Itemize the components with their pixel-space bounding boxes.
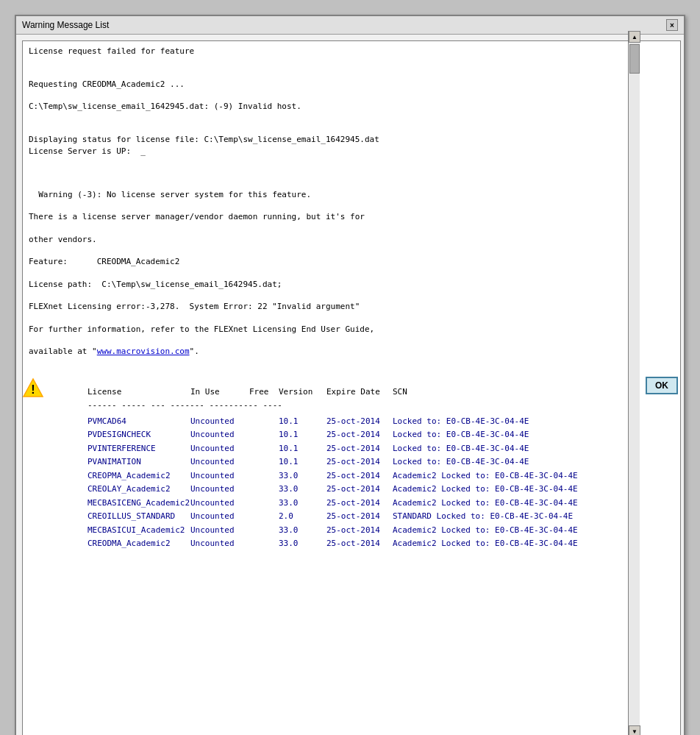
row1-inuse: Uncounted [190, 416, 249, 428]
scroll-thumb[interactable] [629, 44, 640, 74]
scroll-up-button[interactable]: ▲ [629, 31, 640, 43]
msg-available-at: available at "www.macrovision.com". [29, 346, 674, 358]
msg-other-vendors: other vendors. [29, 234, 674, 246]
ok-button[interactable]: OK [646, 377, 678, 394]
warning-triangle-icon: ! [22, 377, 44, 399]
row8-license: CREOILLUS_STANDARD [88, 511, 190, 523]
table-row: PVDESIGNCHECK Uncounted 10.1 25-oct-2014… [29, 428, 674, 442]
row8-free [249, 511, 279, 523]
row4-scn: Locked to: E0-CB-4E-3C-04-4E [393, 456, 529, 469]
row4-free [249, 456, 279, 469]
row2-scn: Locked to: E0-CB-4E-3C-04-4E [393, 429, 529, 441]
dialog-body: License request failed for feature Reque… [16, 35, 684, 735]
message-text-box[interactable]: License request failed for feature Reque… [22, 40, 681, 735]
row4-expire: 25-oct-2014 [326, 456, 393, 469]
msg-server-up: License Server is UP: _ [29, 146, 674, 158]
close-button[interactable]: × [666, 19, 678, 31]
license-table: License In Use Free Version Expire Date … [29, 386, 674, 551]
table-separator: ------ ----- --- ------- ---------- ---- [29, 400, 674, 412]
svg-text:!: ! [31, 383, 35, 396]
msg-spacer-6 [29, 158, 674, 168]
row9-scn: Academic2 Locked to: E0-CB-4E-3C-04-4E [393, 525, 578, 537]
table-header-row: License In Use Free Version Expire Date … [29, 386, 674, 399]
col-header-version: Version [279, 386, 326, 399]
content-area: License request failed for feature Reque… [16, 35, 684, 735]
row9-free [249, 525, 279, 537]
row9-license: MECBASICUI_Academic2 [88, 525, 190, 537]
row2-version: 10.1 [279, 429, 326, 441]
vertical-scrollbar[interactable]: ▲ ▼ [628, 31, 640, 735]
row3-expire: 25-oct-2014 [326, 443, 393, 455]
row1-scn: Locked to: E0-CB-4E-3C-04-4E [393, 416, 529, 428]
msg-spacer-9 [29, 201, 674, 211]
msg-displaying: Displaying status for license file: C:\T… [29, 134, 674, 146]
msg-spacer-2 [29, 68, 674, 79]
msg-spacer-5 [29, 124, 674, 134]
table-row: MECBASICUI_Academic2 Uncounted 33.0 25-o… [29, 524, 674, 538]
table-row: CREOLAY_Academic2 Uncounted 33.0 25-oct-… [29, 483, 674, 497]
row2-expire: 25-oct-2014 [326, 429, 393, 441]
row1-expire: 25-oct-2014 [326, 416, 393, 428]
row7-scn: Academic2 Locked to: E0-CB-4E-3C-04-4E [393, 497, 578, 510]
title-bar: Warning Message List × [16, 16, 684, 35]
msg-spacer-15 [29, 335, 674, 346]
row5-expire: 25-oct-2014 [326, 470, 393, 483]
table-row: PVANIMATION Uncounted 10.1 25-oct-2014 L… [29, 455, 674, 469]
msg-spacer-10 [29, 224, 674, 234]
col-header-license: License [88, 386, 190, 399]
msg-spacer-1 [29, 58, 674, 68]
dialog-window: Warning Message List × License request f… [15, 15, 685, 735]
table-row: CREOPMA_Academic2 Uncounted 33.0 25-oct-… [29, 469, 674, 483]
row5-scn: Academic2 Locked to: E0-CB-4E-3C-04-4E [393, 470, 578, 483]
dialog-title: Warning Message List [22, 20, 109, 30]
row10-version: 33.0 [279, 538, 326, 550]
row6-license: CREOLAY_Academic2 [88, 483, 190, 496]
msg-spacer-4 [29, 113, 674, 124]
msg-spacer-14 [29, 313, 674, 324]
row6-free [249, 483, 279, 496]
row9-version: 33.0 [279, 525, 326, 537]
row8-scn: STANDARD Locked to: E0-CB-4E-3C-04-4E [393, 511, 573, 523]
row9-expire: 25-oct-2014 [326, 525, 393, 537]
col-header-expire: Expire Date [326, 386, 393, 399]
row9-inuse: Uncounted [190, 525, 249, 537]
msg-feature: Feature: CREODMA_Academic2 [29, 256, 674, 269]
msg-spacer-17 [29, 369, 674, 379]
msg-requesting: Requesting CREODMA_Academic2 ... [29, 79, 674, 91]
macrovision-link[interactable]: www.macrovision.com [97, 347, 190, 356]
row8-version: 2.0 [279, 511, 326, 523]
row5-inuse: Uncounted [190, 470, 249, 483]
row2-inuse: Uncounted [190, 429, 249, 441]
row10-inuse: Uncounted [190, 538, 249, 550]
msg-spacer-7 [29, 168, 674, 179]
ok-button-container: OK [646, 377, 678, 394]
row4-version: 10.1 [279, 456, 326, 469]
row3-license: PVINTERFERENCE [88, 443, 190, 455]
row3-version: 10.1 [279, 443, 326, 455]
row7-expire: 25-oct-2014 [326, 497, 393, 510]
row8-inuse: Uncounted [190, 511, 249, 523]
msg-daemon-running: There is a license server manager/vendor… [29, 211, 674, 224]
row7-version: 33.0 [279, 497, 326, 510]
msg-license-path: License path: C:\Temp\sw_license_email_1… [29, 279, 674, 291]
row3-free [249, 443, 279, 455]
row8-expire: 25-oct-2014 [326, 511, 393, 523]
scroll-down-button[interactable]: ▼ [629, 725, 640, 735]
msg-spacer-8 [29, 179, 674, 189]
row5-license: CREOPMA_Academic2 [88, 470, 190, 483]
warning-icon-container: ! [22, 377, 44, 401]
row2-license: PVDESIGNCHECK [88, 429, 190, 441]
table-row: PVMCAD64 Uncounted 10.1 25-oct-2014 Lock… [29, 415, 674, 429]
row10-license: CREODMA_Academic2 [88, 538, 190, 550]
row6-expire: 25-oct-2014 [326, 483, 393, 496]
row7-inuse: Uncounted [190, 497, 249, 510]
row3-scn: Locked to: E0-CB-4E-3C-04-4E [393, 443, 529, 455]
row4-inuse: Uncounted [190, 456, 249, 469]
table-row: MECBASICENG_Academic2 Uncounted 33.0 25-… [29, 497, 674, 511]
table-row: CREOILLUS_STANDARD Uncounted 2.0 25-oct-… [29, 510, 674, 524]
col-header-scn: SCN [393, 386, 451, 399]
msg-spacer-13 [29, 291, 674, 301]
msg-warning-3: Warning (-3): No license server system f… [29, 189, 674, 202]
row1-free [249, 416, 279, 428]
scroll-track[interactable] [629, 43, 640, 725]
